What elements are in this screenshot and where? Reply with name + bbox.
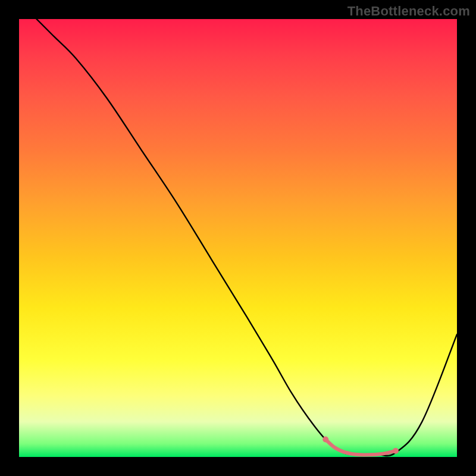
curve-layer [36, 19, 457, 456]
highlight-endpoint [393, 448, 399, 454]
chart-svg [19, 19, 457, 457]
plot-area [19, 19, 457, 457]
chart-frame: TheBottleneck.com [0, 0, 476, 476]
bottleneck-curve [36, 19, 457, 456]
highlight-endpoint [322, 437, 328, 443]
flat-highlight [325, 440, 396, 455]
watermark-text: TheBottleneck.com [347, 4, 470, 19]
